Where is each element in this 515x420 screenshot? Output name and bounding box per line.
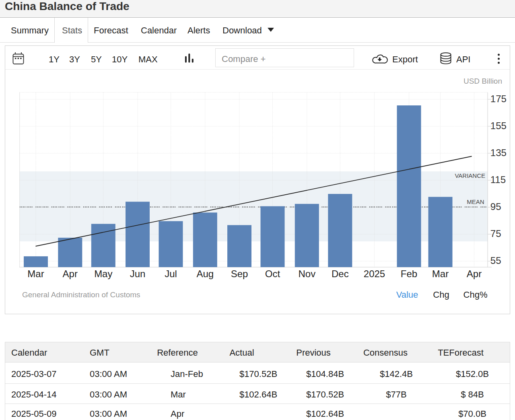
svg-text:Apr: Apr <box>467 268 482 279</box>
svg-text:Aug: Aug <box>196 268 214 279</box>
svg-text:135: 135 <box>490 147 507 158</box>
svg-text:Jul: Jul <box>165 268 177 279</box>
svg-text:175: 175 <box>490 93 507 104</box>
svg-text:Value: Value <box>396 290 418 300</box>
svg-text:75: 75 <box>490 228 501 239</box>
svg-text:Jun: Jun <box>130 268 146 279</box>
svg-text:Oct: Oct <box>265 268 280 279</box>
svg-text:Nov: Nov <box>298 268 315 279</box>
svg-text:95: 95 <box>490 201 501 212</box>
svg-text:Mar: Mar <box>432 268 449 279</box>
svg-text:USD Billion: USD Billion <box>464 77 502 85</box>
svg-text:Mar: Mar <box>27 268 44 279</box>
svg-text:Feb: Feb <box>401 268 417 279</box>
svg-text:115: 115 <box>490 174 506 185</box>
svg-text:General Administration of Cust: General Administration of Customs <box>22 290 140 299</box>
svg-text:MEAN: MEAN <box>467 198 484 205</box>
svg-text:55: 55 <box>490 255 501 266</box>
svg-text:Sep: Sep <box>231 268 248 279</box>
svg-text:VARIANCE: VARIANCE <box>455 172 485 179</box>
svg-text:Dec: Dec <box>332 268 349 279</box>
svg-text:155: 155 <box>490 120 507 131</box>
svg-text:May: May <box>94 268 112 279</box>
svg-text:Chg: Chg <box>433 290 449 300</box>
svg-text:Chg%: Chg% <box>464 290 488 300</box>
svg-text:2025: 2025 <box>364 268 385 279</box>
svg-text:Apr: Apr <box>63 268 78 279</box>
